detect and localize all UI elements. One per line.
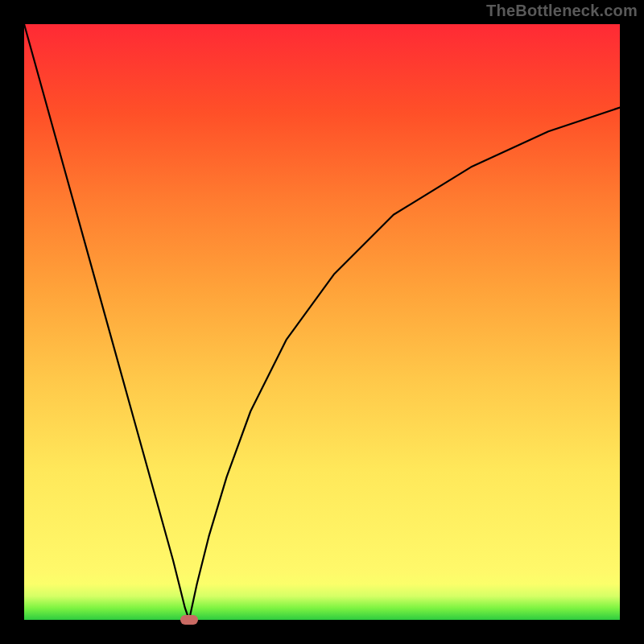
plot-area (24, 24, 620, 620)
curve-layer (24, 24, 620, 620)
watermark-text: TheBottleneck.com (486, 2, 638, 20)
optimum-marker (180, 615, 198, 625)
chart-frame: TheBottleneck.com (0, 0, 644, 644)
bottleneck-curve (24, 24, 620, 620)
